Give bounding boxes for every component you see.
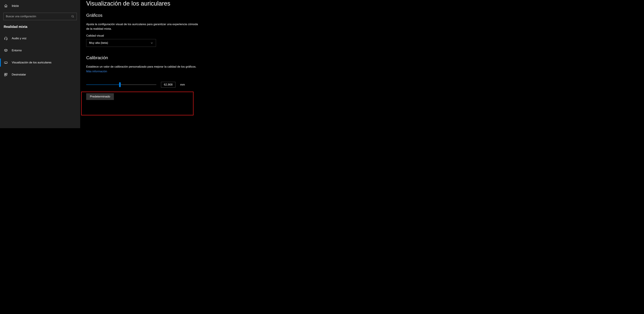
slider-fill — [86, 84, 120, 85]
search-input[interactable] — [6, 15, 71, 18]
main-content: Visualización de los auriculares Gráfico… — [80, 0, 263, 128]
nav-home[interactable]: Inicio — [0, 3, 80, 12]
sidebar-item-label: Visualización de los auriculares — [12, 61, 52, 64]
home-icon — [4, 4, 8, 8]
calibration-section-title: Calibración — [86, 55, 263, 60]
svg-rect-5 — [4, 73, 6, 74]
calibration-slider-row: 62,908 mm — [86, 82, 263, 88]
visual-quality-label: Calidad visual — [86, 34, 263, 38]
svg-rect-7 — [4, 75, 6, 76]
sidebar-item-label: Desinstalar — [12, 73, 26, 76]
slider-thumb[interactable] — [119, 82, 121, 87]
environment-icon — [4, 49, 8, 52]
dropdown-value: Muy alta (beta) — [89, 41, 108, 44]
calibration-value-input[interactable]: 62,908 — [161, 82, 176, 88]
svg-rect-4 — [4, 62, 8, 64]
sidebar-item-label: Audio y voz — [12, 37, 26, 40]
sidebar-item-environment[interactable]: Entorno — [0, 44, 80, 56]
svg-point-0 — [72, 15, 74, 17]
more-info-link[interactable]: Más información — [86, 70, 107, 73]
nav-home-label: Inicio — [12, 4, 19, 8]
page-title: Visualización de los auriculares — [86, 0, 263, 7]
default-button[interactable]: Predeterminado — [86, 93, 114, 100]
graphics-section-title: Gráficos — [86, 13, 263, 18]
svg-rect-3 — [7, 38, 8, 40]
svg-rect-6 — [6, 73, 7, 74]
sidebar-item-headset-display[interactable]: Visualización de los auriculares — [0, 56, 80, 68]
sidebar-item-label: Entorno — [12, 49, 22, 52]
svg-rect-2 — [4, 38, 5, 40]
sidebar-item-audio[interactable]: Audio y voz — [0, 32, 80, 44]
uninstall-icon — [4, 73, 8, 76]
calibration-unit: mm — [180, 83, 185, 86]
calibration-slider[interactable] — [86, 82, 156, 87]
search-icon — [71, 15, 74, 18]
svg-line-1 — [73, 17, 74, 18]
chevron-down-icon — [150, 42, 153, 44]
sidebar-item-uninstall[interactable]: Desinstalar — [0, 68, 80, 81]
search-input-container[interactable] — [3, 13, 77, 20]
calibration-description: Establece un valor de calibración person… — [86, 64, 200, 69]
graphics-description: Ajusta la configuración visual de los au… — [86, 22, 200, 31]
sidebar: Inicio Realidad mixta Audio y voz — [0, 0, 80, 128]
visual-quality-dropdown[interactable]: Muy alta (beta) — [86, 39, 156, 47]
sidebar-nav: Audio y voz Entorno Visualización de los… — [0, 32, 80, 81]
headset-mic-icon — [4, 36, 8, 40]
vr-headset-icon — [4, 61, 8, 64]
category-title: Realidad mixta — [0, 24, 80, 32]
